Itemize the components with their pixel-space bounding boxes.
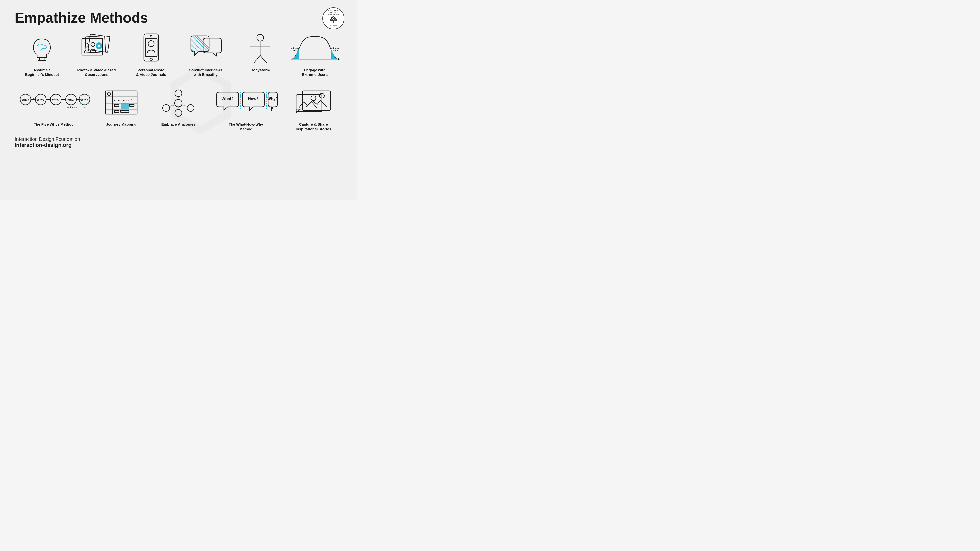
svg-text:users: users bbox=[332, 49, 338, 52]
svg-point-28 bbox=[148, 41, 154, 46]
extreme-users-icon: extreme users extreme users bbox=[290, 33, 339, 65]
inspirational-stories-icon bbox=[295, 87, 332, 119]
method-journey-mapping: Journey Mapping bbox=[92, 87, 150, 127]
conduct-interviews-icon bbox=[188, 33, 223, 65]
svg-line-35 bbox=[196, 35, 218, 57]
svg-text:Why?: Why? bbox=[37, 98, 45, 101]
method-embrace-analogies: Embrace Analogies bbox=[150, 87, 207, 127]
method-label-what-how-why: The What-How-Why Method bbox=[224, 122, 268, 132]
method-label-photo-video-journals: Personal Photo& Video Journals bbox=[136, 68, 166, 77]
method-label-photo-video-observations: Photo- & Video-BasedObservations bbox=[77, 68, 116, 77]
method-label-journey-mapping: Journey Mapping bbox=[106, 122, 137, 127]
svg-line-34 bbox=[186, 40, 208, 62]
methods-row-2: Why? Why? Why? bbox=[15, 87, 342, 132]
method-what-how-why: What? How? Why? The What-How-Why Method bbox=[207, 87, 285, 132]
svg-point-29 bbox=[150, 58, 153, 60]
svg-rect-76 bbox=[130, 104, 134, 106]
svg-point-80 bbox=[175, 90, 182, 97]
svg-text:Why?: Why? bbox=[81, 98, 88, 101]
svg-point-26 bbox=[150, 35, 152, 37]
svg-line-40 bbox=[254, 56, 260, 63]
method-beginners-mindset: Assume aBeginner's Mindset bbox=[15, 33, 69, 77]
svg-point-37 bbox=[257, 34, 264, 41]
method-label-five-whys: The Five Whys Method bbox=[34, 122, 74, 127]
bodystorm-icon bbox=[248, 33, 272, 65]
method-label-embrace-analogies: Embrace Analogies bbox=[161, 122, 196, 127]
what-how-why-icon: What? How? Why? bbox=[214, 87, 278, 119]
svg-rect-78 bbox=[121, 110, 129, 113]
svg-point-83 bbox=[187, 105, 194, 111]
svg-rect-25 bbox=[144, 34, 159, 61]
method-label-inspirational-stories: Capture & ShareInspirational Stories bbox=[296, 122, 331, 132]
svg-point-81 bbox=[175, 110, 182, 116]
embrace-analogies-icon bbox=[161, 87, 196, 119]
method-five-whys: Why? Why? Why? bbox=[15, 87, 92, 127]
photo-video-observations-icon bbox=[77, 33, 116, 65]
svg-point-97 bbox=[311, 96, 316, 101]
svg-line-87 bbox=[181, 105, 187, 106]
svg-rect-77 bbox=[115, 110, 119, 113]
method-label-extreme-users: Engage withExtreme Users bbox=[302, 68, 328, 77]
footer-url: interaction-design.org bbox=[15, 142, 342, 148]
method-photo-video-journals: Personal Photo& Video Journals bbox=[124, 33, 178, 77]
svg-text:extreme: extreme bbox=[290, 47, 299, 49]
svg-rect-74 bbox=[121, 103, 129, 109]
svg-line-41 bbox=[260, 56, 266, 63]
svg-text:What?: What? bbox=[221, 97, 234, 101]
main-content: Empathize Methods Assu bbox=[15, 10, 342, 148]
svg-text:Why?: Why? bbox=[52, 98, 59, 101]
methods-row-1: Assume aBeginner's Mindset bbox=[15, 33, 342, 77]
svg-text:Why?: Why? bbox=[267, 97, 278, 101]
method-photo-video-observations: Photo- & Video-BasedObservations bbox=[69, 33, 124, 77]
five-whys-icon: Why? Why? Why? bbox=[19, 87, 88, 119]
svg-text:How?: How? bbox=[248, 97, 259, 101]
footer: Interaction Design Foundation interactio… bbox=[15, 137, 342, 148]
footer-org: Interaction Design Foundation bbox=[15, 137, 342, 142]
svg-line-86 bbox=[170, 105, 175, 106]
beginners-mindset-icon bbox=[29, 33, 56, 65]
method-conduct-interviews: Conduct Interviewswith Empathy bbox=[178, 33, 233, 77]
svg-marker-96 bbox=[296, 109, 301, 113]
journey-mapping-icon bbox=[104, 87, 138, 119]
method-extreme-users: extreme users extreme users Engage withE… bbox=[287, 33, 342, 77]
svg-rect-75 bbox=[115, 104, 119, 106]
svg-rect-27 bbox=[145, 39, 157, 56]
method-inspirational-stories: Capture & ShareInspirational Stories bbox=[285, 87, 342, 132]
svg-text:extreme: extreme bbox=[331, 47, 339, 49]
page-title: Empathize Methods bbox=[15, 10, 342, 25]
svg-text:users: users bbox=[292, 49, 298, 52]
method-label-bodystorm: Bodystorm bbox=[250, 68, 270, 73]
method-label-conduct-interviews: Conduct Interviewswith Empathy bbox=[189, 68, 223, 77]
method-bodystorm: Bodystorm bbox=[233, 33, 288, 73]
svg-line-36 bbox=[183, 42, 205, 64]
svg-point-21 bbox=[91, 42, 95, 46]
svg-text:Why?: Why? bbox=[22, 98, 29, 101]
svg-line-32 bbox=[191, 35, 213, 57]
photo-video-journals-icon bbox=[142, 33, 161, 65]
svg-marker-43 bbox=[338, 58, 340, 60]
svg-point-79 bbox=[175, 99, 182, 107]
svg-point-71 bbox=[107, 92, 111, 95]
method-label-beginners-mindset: Assume aBeginner's Mindset bbox=[25, 68, 59, 77]
svg-text:Root Cause: Root Cause bbox=[64, 106, 78, 108]
page: ⬡ INTERACTION DESIGN FOUNDATION bbox=[0, 0, 357, 200]
svg-text:Why?: Why? bbox=[67, 98, 75, 101]
svg-point-82 bbox=[163, 105, 170, 111]
